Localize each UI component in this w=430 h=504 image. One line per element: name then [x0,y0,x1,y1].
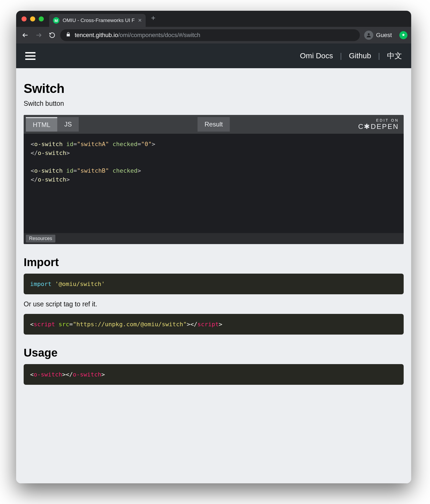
app-header: Omi Docs | Github | 中文 [16,43,411,68]
codepen-embed: HTML JS Result EDIT ON C✱DEPEN <o-switch… [24,115,404,244]
codepen-resources-button[interactable]: Resources [26,235,55,242]
menu-button[interactable] [25,52,35,60]
avatar-icon [364,31,373,40]
tab-title: OMIU - Cross-Frameworks UI F [63,17,135,23]
codepen-code-body: <o-switch id="switchA" checked="0"></o-s… [24,134,404,233]
page-subtitle: Switch button [24,100,404,107]
nav-separator: | [340,52,342,60]
address-bar[interactable]: tencent.github.io/omi/components/docs/#/… [60,29,360,41]
back-button[interactable] [20,30,31,41]
svg-point-0 [368,33,370,35]
or-use-note: Or use script tag to ref it. [24,300,404,308]
nav-link-github[interactable]: Github [349,52,371,60]
browser-toolbar: tencent.github.io/omi/components/docs/#/… [16,27,411,43]
forward-button[interactable] [33,30,44,41]
codepen-logo: C✱DEPEN [358,122,399,131]
script-codeblock: <script src="https://unpkg.com/@omiu/swi… [24,314,404,335]
codepen-edit-link[interactable]: EDIT ON C✱DEPEN [358,118,404,131]
codepen-tab-result[interactable]: Result [198,117,230,132]
codepen-tab-html[interactable]: HTML [26,117,57,132]
new-tab-button[interactable]: + [146,14,161,24]
reload-button[interactable] [47,30,58,41]
tab-close-icon[interactable]: ✕ [138,17,142,23]
extension-icon[interactable] [399,31,407,39]
browser-tab[interactable]: M OMIU - Cross-Frameworks UI F ✕ [49,14,146,27]
nav-link-chinese[interactable]: 中文 [387,51,402,61]
browser-window: M OMIU - Cross-Frameworks UI F ✕ + tence… [16,11,411,483]
usage-codeblock: <o-switch></o-switch> [24,364,404,385]
nav-separator: | [378,52,380,60]
window-minimize-button[interactable] [30,16,35,21]
window-close-button[interactable] [22,16,27,21]
tab-strip: M OMIU - Cross-Frameworks UI F ✕ + [16,11,411,27]
tab-favicon: M [53,17,59,24]
import-codeblock: import '@omiu/switch' [24,274,404,294]
codepen-tab-js[interactable]: JS [57,117,79,132]
window-maximize-button[interactable] [39,16,44,21]
nav-link-omidocs[interactable]: Omi Docs [300,52,333,60]
codepen-edit-on-label: EDIT ON [358,118,399,122]
header-nav: Omi Docs | Github | 中文 [300,51,402,61]
section-heading-usage: Usage [24,346,404,359]
page-title: Switch [24,81,404,96]
page-content[interactable]: Switch Switch button HTML JS Result EDIT… [16,68,411,483]
profile-button[interactable]: Guest [363,30,393,41]
url-text: tencent.github.io/omi/components/docs/#/… [75,32,200,39]
codepen-footer: Resources [24,233,404,244]
guest-label: Guest [376,32,392,39]
section-heading-import: Import [24,256,404,269]
lock-icon [66,32,71,39]
codepen-tabs: HTML JS Result EDIT ON C✱DEPEN [24,115,404,134]
window-controls [22,16,44,21]
